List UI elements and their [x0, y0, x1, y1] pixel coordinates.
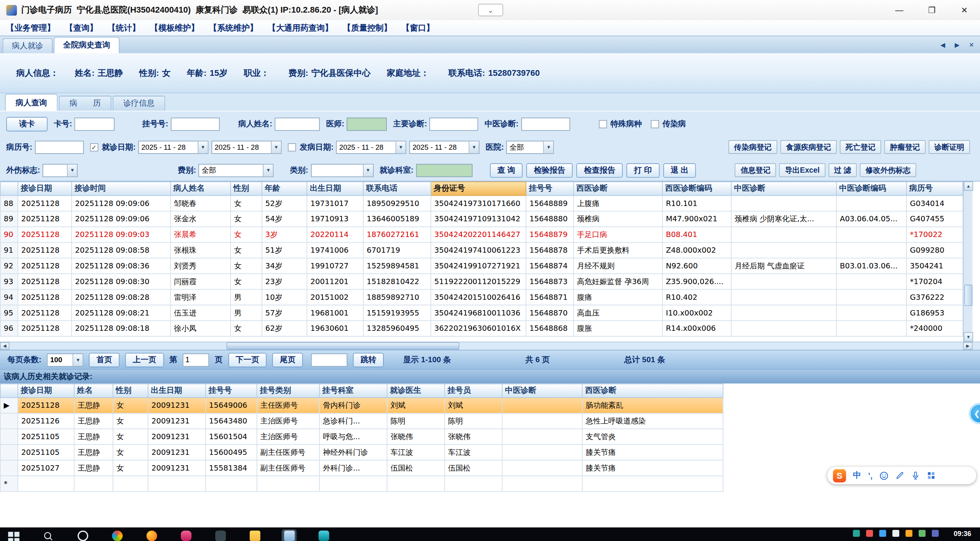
column-header[interactable]: 性别	[231, 182, 262, 196]
table-row[interactable]: 892025112820251128 09:09:06张金水女54岁197109…	[0, 211, 963, 227]
scrollbar-thumb[interactable]	[964, 285, 972, 306]
close-button[interactable]: ✕	[955, 3, 974, 17]
table-row[interactable]: *	[0, 476, 723, 492]
jump-button[interactable]: 跳转	[353, 353, 384, 367]
taskbar-app-teal[interactable]	[316, 529, 331, 541]
table-row[interactable]: 20251126王思静女2009123115643480主治医师号急诊科门...…	[0, 413, 723, 429]
table-row[interactable]: 962025112820251128 09:08:18徐小凤女62岁196306…	[0, 320, 963, 336]
doctor-input[interactable]	[347, 117, 387, 130]
vertical-scrollbar[interactable]: ▲ ▼	[963, 181, 973, 342]
ime-punctuation[interactable]: ’,	[868, 471, 872, 481]
page-number-input[interactable]	[183, 353, 209, 366]
column-header[interactable]: 姓名	[74, 384, 113, 398]
table-row[interactable]: 902025112820251128 09:09:03张晨希女3岁2022011…	[0, 227, 963, 242]
next-page-button[interactable]: 下一页	[228, 353, 267, 367]
table-row[interactable]: 912025112820251128 09:08:58张根珠女51岁197410…	[0, 242, 963, 258]
column-header[interactable]: 中医诊断	[502, 384, 582, 398]
infectious-register-button[interactable]: 传染病登记	[728, 140, 777, 154]
ime-chinese-mode[interactable]: 中	[853, 470, 861, 481]
column-header[interactable]: 挂号类别	[257, 384, 319, 398]
tab-patient-visit[interactable]: 病人就诊	[3, 38, 53, 53]
query-button[interactable]: 查 询	[490, 163, 523, 178]
onset-date-to[interactable]: 2025 - 11 - 28▾	[409, 141, 479, 154]
chevron-down-icon[interactable]: ▾	[198, 141, 208, 153]
onset-date-checkbox[interactable]	[288, 143, 296, 151]
scroll-left-icon[interactable]: ◀	[0, 342, 10, 350]
minimize-button[interactable]: —	[890, 3, 909, 17]
modify-trauma-flag-button[interactable]: 修改外伤标志	[860, 163, 916, 177]
taskbar-app-firefox[interactable]	[144, 529, 159, 541]
menu-template-maint[interactable]: 【模板维护】	[150, 22, 199, 33]
ime-toolbar[interactable]: S 中 ’,	[827, 467, 976, 484]
visit-date-checkbox[interactable]	[90, 143, 98, 151]
tray-icon-5[interactable]	[905, 530, 912, 537]
tab-scroll-left-icon[interactable]: ◀	[938, 39, 948, 49]
record-no-input[interactable]	[35, 141, 83, 154]
menu-statistics[interactable]: 【统计】	[108, 22, 140, 33]
scroll-down-icon[interactable]: ▼	[964, 332, 973, 342]
special-disease-checkbox[interactable]	[599, 120, 607, 128]
subtab-medical-record[interactable]: 病 历	[59, 96, 111, 111]
tab-scroll-right-icon[interactable]: ▶	[952, 39, 962, 49]
column-header[interactable]: 中医诊断编码	[836, 182, 906, 196]
table-row[interactable]: 922025112820251128 09:08:36刘贤秀女34岁199107…	[0, 258, 963, 274]
menu-query[interactable]: 【查询】	[65, 22, 98, 33]
subtab-treatment-info[interactable]: 诊疗信息	[113, 96, 165, 111]
infectious-checkbox[interactable]	[651, 120, 659, 128]
main-diagnosis-input[interactable]	[430, 117, 478, 130]
chevron-down-icon[interactable]: ▾	[543, 141, 553, 153]
patient-name-input[interactable]	[275, 117, 320, 130]
tab-hospital-history-query[interactable]: 全院病史查询	[54, 37, 120, 53]
taskbar-app-media[interactable]	[178, 529, 193, 541]
table-row[interactable]: 942025112820251128 09:08:28雷明泽男10岁201510…	[0, 289, 963, 305]
column-header[interactable]: 出生日期	[307, 182, 363, 196]
onset-date-from[interactable]: 2025 - 11 - 28▾	[336, 141, 406, 154]
export-excel-button[interactable]: 导出Excel	[779, 163, 825, 177]
chevron-down-icon[interactable]: ▾	[73, 354, 83, 366]
info-register-button[interactable]: 信息登记	[735, 163, 776, 177]
column-header[interactable]: 病人姓名	[170, 182, 231, 196]
tray-icon-7[interactable]	[932, 530, 939, 537]
column-header[interactable]: 性别	[113, 384, 148, 398]
table-row[interactable]: 952025112820251128 09:08:21伍玉进男57岁196810…	[0, 305, 963, 321]
chevron-down-icon[interactable]: ▾	[67, 164, 77, 176]
exit-button[interactable]: 退 出	[663, 163, 696, 178]
tcm-diagnosis-input[interactable]	[521, 117, 569, 130]
category-select[interactable]: ▾	[311, 163, 373, 177]
titlebar-dropdown[interactable]: ⌄	[478, 4, 503, 16]
table-row[interactable]: 882025112820251128 09:09:06邹晓春女52岁197310…	[0, 196, 963, 211]
card-no-input[interactable]	[75, 117, 115, 130]
sogou-logo-icon[interactable]: S	[833, 469, 846, 482]
column-header[interactable]: 接诊时间	[72, 182, 170, 196]
search-icon[interactable]	[41, 529, 56, 541]
column-header[interactable]: 西医诊断编码	[663, 182, 731, 196]
foodborne-register-button[interactable]: 食源疾病登记	[780, 140, 837, 154]
taskbar-app-dark[interactable]	[213, 529, 228, 541]
column-header[interactable]: 西医诊断	[582, 384, 723, 398]
column-header[interactable]	[0, 182, 18, 196]
table-row[interactable]: 932025112820251128 09:08:30闫丽霞女23岁200112…	[0, 274, 963, 289]
column-header[interactable]	[0, 384, 18, 398]
chevron-down-icon[interactable]: ▾	[263, 164, 273, 176]
visit-date-from[interactable]: 2025 - 11 - 28▾	[138, 141, 208, 154]
chevron-down-icon[interactable]: ▾	[271, 141, 281, 153]
tray-icon-3[interactable]	[879, 530, 886, 537]
column-header[interactable]: 就诊医生	[387, 384, 445, 398]
filter-button[interactable]: 过 滤	[828, 163, 857, 177]
tray-icon-2[interactable]	[866, 530, 873, 537]
column-header[interactable]: 挂号员	[445, 384, 502, 398]
microphone-icon[interactable]	[911, 471, 920, 480]
pen-icon[interactable]	[896, 471, 905, 480]
scroll-up-icon[interactable]: ▲	[964, 181, 973, 191]
first-page-button[interactable]: 首页	[89, 353, 119, 367]
table-row[interactable]: 20251027王思静女2009123115581384副主任医师号外科门诊..…	[0, 460, 723, 476]
last-page-button[interactable]: 尾页	[272, 353, 303, 367]
lab-report-button[interactable]: 检验报告	[527, 163, 573, 178]
column-header[interactable]: 出生日期	[148, 384, 205, 398]
tumor-register-button[interactable]: 肿瘤登记	[884, 140, 926, 154]
print-button[interactable]: 打 印	[627, 163, 659, 178]
menu-drug-query[interactable]: 【大通用药查询】	[268, 22, 333, 33]
clock[interactable]: 09:36	[954, 530, 971, 538]
subtab-patient-query[interactable]: 病人查询	[5, 94, 57, 111]
table-row[interactable]: 20251105王思静女2009123115600495副主任医师号神经外科门诊…	[0, 445, 723, 460]
